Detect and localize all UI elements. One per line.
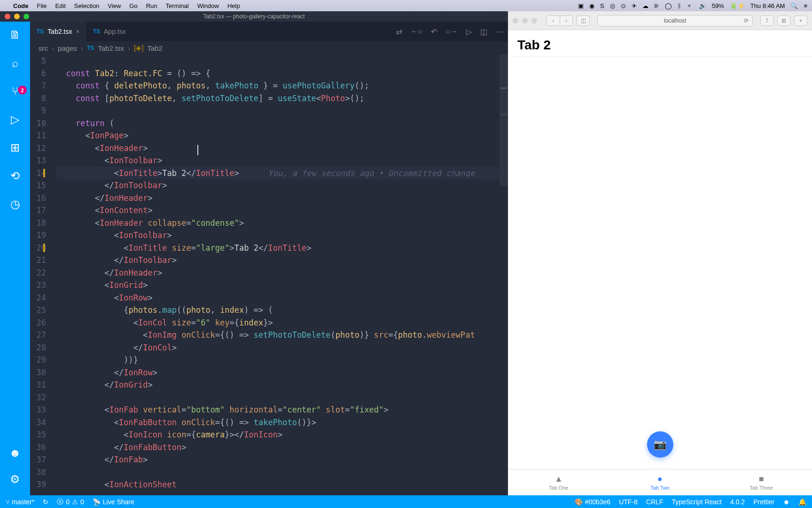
language-mode-status[interactable]: TypeScript React xyxy=(671,498,722,506)
battery-percent[interactable]: 59% xyxy=(712,2,724,9)
tray-icon[interactable]: ✈ xyxy=(632,2,637,9)
go-forward-icon[interactable]: ○→ xyxy=(445,27,458,36)
menubar-clock[interactable]: Thu 8:46 AM xyxy=(750,2,785,9)
menu-go[interactable]: Go xyxy=(129,2,137,9)
tabs-button[interactable]: ⊞ xyxy=(777,16,790,26)
feedback-icon[interactable]: ☻ xyxy=(783,498,790,506)
tab-three[interactable]: ■ Tab Three xyxy=(710,469,812,495)
menu-view[interactable]: View xyxy=(108,2,121,9)
compare-changes-icon[interactable]: ⇄ xyxy=(396,27,402,36)
new-tab-button[interactable]: + xyxy=(794,16,807,26)
search-icon[interactable]: ⌕ xyxy=(8,56,22,70)
square-icon: ■ xyxy=(759,474,764,484)
battery-icon[interactable]: 🔋⚡ xyxy=(730,2,745,9)
sidebar-button[interactable]: ◫ xyxy=(577,16,590,26)
minimize-window-button[interactable] xyxy=(14,14,20,19)
revert-icon[interactable]: ↶ xyxy=(431,27,437,36)
forward-button[interactable]: › xyxy=(560,16,573,26)
maximize-window-button[interactable] xyxy=(531,18,537,24)
minimap-slider[interactable] xyxy=(500,55,508,186)
notifications-icon[interactable]: 🔔 xyxy=(798,498,806,506)
minimap[interactable] xyxy=(500,55,508,495)
code-editor[interactable]: 5678910111213141516171819202122232425262… xyxy=(30,55,508,495)
back-button[interactable]: ‹ xyxy=(547,16,560,26)
eol-status[interactable]: CRLF xyxy=(646,498,664,506)
run-file-icon[interactable]: ▷ xyxy=(466,27,472,36)
close-window-button[interactable] xyxy=(513,18,518,24)
code-content[interactable]: const Tab2: React.FC = () => { const { d… xyxy=(56,55,508,495)
sync-status[interactable]: ↻ xyxy=(43,498,48,506)
menu-selection[interactable]: Selection xyxy=(74,2,99,9)
editor-tabs: TS Tab2.tsx × TS App.tsx ⇄ ←○ ↶ ○→ xyxy=(30,22,508,41)
close-window-button[interactable] xyxy=(5,14,10,19)
menu-help[interactable]: Help xyxy=(227,2,240,9)
tab-label: App.tsx xyxy=(104,28,126,35)
scm-badge: 2 xyxy=(18,86,27,95)
tab-tab2-tsx[interactable]: TS Tab2.tsx × xyxy=(30,22,86,41)
menu-run[interactable]: Run xyxy=(146,2,157,9)
liveshare-status[interactable]: 📡 Live Share xyxy=(93,498,134,506)
tray-icon[interactable]: ◯ xyxy=(665,2,672,9)
breadcrumb-part[interactable]: pages xyxy=(58,44,77,52)
spotlight-icon[interactable]: 🔍 xyxy=(790,2,798,9)
tray-icon[interactable]: ▣ xyxy=(578,2,584,9)
problems-status[interactable]: ⓧ 0 ⚠ 0 xyxy=(57,498,84,506)
prettier-status[interactable]: Prettier xyxy=(753,498,774,506)
bluetooth-icon[interactable]: ᛒ xyxy=(678,2,681,9)
tab-app-tsx[interactable]: TS App.tsx xyxy=(86,22,133,41)
activity-bar: 🗎 ⌕ ⑂ 2 ▷ ⊞ ⟲ ◷ ☻ ⚙ xyxy=(0,22,30,495)
control-center-icon[interactable]: ≡ xyxy=(804,2,807,9)
settings-gear-icon[interactable]: ⚙ xyxy=(8,473,22,486)
remote-icon[interactable]: ⟲ xyxy=(8,169,22,183)
tab-close-icon[interactable]: × xyxy=(76,28,79,35)
address-bar[interactable]: localhost ⟳ xyxy=(597,15,753,26)
explorer-icon[interactable]: 🗎 xyxy=(8,28,22,41)
menu-file[interactable]: File xyxy=(37,2,47,9)
tab-one[interactable]: ▲ Tab One xyxy=(508,469,609,495)
reload-icon[interactable]: ⟳ xyxy=(744,17,749,24)
maximize-window-button[interactable] xyxy=(23,14,29,19)
app-name[interactable]: Code xyxy=(13,2,29,9)
tab-two[interactable]: ● Tab Two xyxy=(609,469,711,495)
accounts-icon[interactable]: ☻ xyxy=(8,446,22,460)
fab-camera-button[interactable]: 📷 xyxy=(647,431,673,458)
tray-icon[interactable]: ⊙ xyxy=(621,2,626,9)
ion-content-area[interactable] xyxy=(508,57,812,469)
macos-menubar: Code File Edit Selection View Go Run Ter… xyxy=(0,0,812,11)
encoding-status[interactable]: UTF-8 xyxy=(619,498,638,506)
breadcrumb-part[interactable]: Tab2 xyxy=(147,44,163,52)
volume-icon[interactable]: 🔊 xyxy=(699,2,706,9)
chevron-right-icon: › xyxy=(128,44,130,52)
more-actions-icon[interactable]: ⋯ xyxy=(496,27,503,36)
extensions-icon[interactable]: ⊞ xyxy=(8,141,22,154)
minimize-window-button[interactable] xyxy=(522,18,528,24)
breadcrumbs[interactable]: src › pages › TS Tab2.tsx › [◈] Tab2 xyxy=(30,41,508,55)
breadcrumb-part[interactable]: src xyxy=(39,44,48,52)
tab-label: Tab Two xyxy=(650,485,670,491)
git-branch-status[interactable]: ⑂ master* xyxy=(6,498,34,506)
window-title: Tab2.tsx — photo-gallery-capacitor-react xyxy=(203,13,304,20)
camera-icon: 📷 xyxy=(654,438,666,451)
menu-window[interactable]: Window xyxy=(197,2,219,9)
tray-icon[interactable]: ◎ xyxy=(610,2,615,9)
share-button[interactable]: ⤴ xyxy=(760,16,773,26)
split-editor-icon[interactable]: ◫ xyxy=(480,27,487,36)
tray-icon[interactable]: ◉ xyxy=(589,2,594,9)
typescript-version-status[interactable]: 4.0.2 xyxy=(730,498,745,506)
menu-terminal[interactable]: Terminal xyxy=(166,2,189,9)
run-debug-icon[interactable]: ▷ xyxy=(8,113,22,126)
text-cursor xyxy=(197,145,198,155)
clock-icon[interactable]: ◷ xyxy=(8,198,22,211)
tray-icon[interactable]: ⊪ xyxy=(654,2,659,9)
triangle-icon: ▲ xyxy=(554,474,563,484)
tray-icon[interactable]: S xyxy=(600,2,604,9)
vscode-window: Tab2.tsx — photo-gallery-capacitor-react… xyxy=(0,11,508,495)
typescript-icon: TS xyxy=(93,28,100,35)
go-back-icon[interactable]: ←○ xyxy=(411,27,423,36)
color-picker-status[interactable]: 🎨 #00b3e6 xyxy=(575,498,611,506)
breadcrumb-part[interactable]: Tab2.tsx xyxy=(98,44,124,52)
menu-edit[interactable]: Edit xyxy=(55,2,65,9)
tray-icon[interactable]: ☁ xyxy=(642,2,648,9)
symbol-variable-icon: [◈] xyxy=(134,44,143,52)
wifi-icon[interactable]: ᯤ xyxy=(687,2,693,9)
